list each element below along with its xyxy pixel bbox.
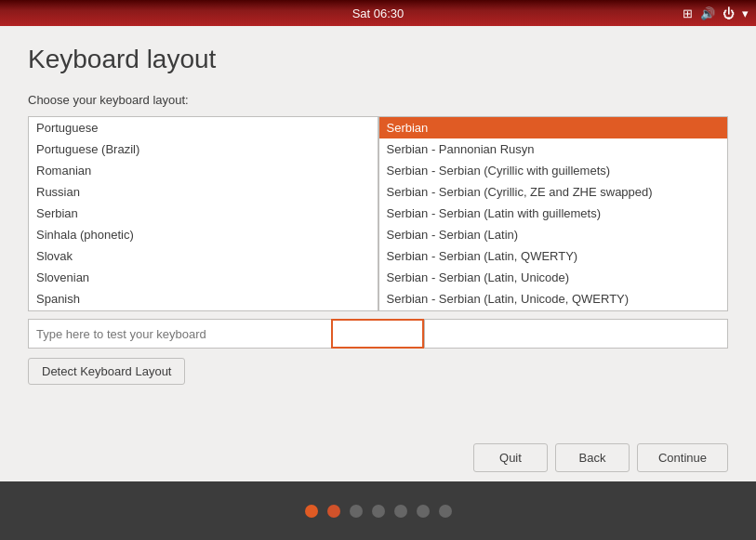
right-list-item[interactable]: Serbian - Serbian (Latin with guillemets… bbox=[379, 203, 728, 224]
left-list-item[interactable]: Spanish bbox=[29, 288, 378, 310]
progress-dot-4 bbox=[372, 505, 385, 518]
content: Choose your keyboard layout: PortugueseP… bbox=[0, 84, 756, 434]
button-row: Quit Back Continue bbox=[0, 434, 756, 481]
right-list-item[interactable]: Serbian - Serbian (Latin) bbox=[379, 224, 728, 245]
progress-dot-5 bbox=[394, 505, 407, 518]
progress-dot-2 bbox=[327, 505, 340, 518]
subtitle: Choose your keyboard layout: bbox=[28, 93, 728, 107]
continue-button[interactable]: Continue bbox=[637, 443, 728, 472]
right-list-item[interactable]: Serbian - Pannonian Rusyn bbox=[379, 138, 728, 160]
power-icon[interactable]: ⏻ bbox=[723, 7, 735, 20]
progress-dot-3 bbox=[350, 505, 363, 518]
right-list-panel[interactable]: SerbianSerbian - Pannonian RusynSerbian … bbox=[378, 116, 729, 311]
page-title: Keyboard layout bbox=[28, 45, 728, 74]
detect-keyboard-layout-button[interactable]: Detect Keyboard Layout bbox=[28, 358, 185, 385]
keyboard-test-input[interactable] bbox=[28, 319, 333, 349]
left-list-item[interactable]: Portuguese bbox=[29, 117, 378, 138]
right-list-item[interactable]: Serbian - Serbian (Cyrillic with guillem… bbox=[379, 160, 728, 181]
progress-dot-7 bbox=[439, 505, 452, 518]
title-area: Keyboard layout bbox=[0, 26, 756, 84]
bottom-strip bbox=[0, 481, 756, 540]
quit-button[interactable]: Quit bbox=[473, 443, 548, 472]
topbar: Sat 06:30 ⊞ 🔊 ⏻ ▾ bbox=[0, 0, 756, 26]
left-list-item[interactable]: Portuguese (Brazil) bbox=[29, 138, 378, 160]
right-list-item[interactable]: Serbian - Serbian (Latin, QWERTY) bbox=[379, 245, 728, 267]
left-list-item[interactable]: Romanian bbox=[29, 160, 378, 181]
test-input-overlay bbox=[331, 319, 424, 349]
keyboard-test-input-right[interactable] bbox=[424, 319, 729, 349]
right-list-item[interactable]: Serbian bbox=[379, 117, 728, 138]
volume-icon[interactable]: 🔊 bbox=[700, 7, 715, 20]
right-list-item[interactable]: Serbian - Serbian (Latin, Unicode) bbox=[379, 267, 728, 288]
left-list-panel[interactable]: PortuguesePortuguese (Brazil)RomanianRus… bbox=[28, 116, 378, 311]
left-list-item[interactable]: Sinhala (phonetic) bbox=[29, 224, 378, 245]
right-list-item[interactable]: Serbian - Serbian (Latin, Unicode, QWERT… bbox=[379, 288, 728, 310]
topbar-icons: ⊞ 🔊 ⏻ ▾ bbox=[683, 7, 749, 20]
lists-container: PortuguesePortuguese (Brazil)RomanianRus… bbox=[28, 116, 728, 311]
main-area: Keyboard layout Choose your keyboard lay… bbox=[0, 26, 756, 481]
network-icon[interactable]: ⊞ bbox=[683, 7, 693, 20]
left-list-item[interactable]: Serbian bbox=[29, 203, 378, 224]
dropdown-icon[interactable]: ▾ bbox=[742, 7, 749, 20]
progress-dot-1 bbox=[305, 505, 318, 518]
topbar-time: Sat 06:30 bbox=[352, 7, 405, 20]
left-list-item[interactable]: Slovenian bbox=[29, 267, 378, 288]
test-input-row bbox=[28, 319, 728, 349]
back-button[interactable]: Back bbox=[555, 443, 630, 472]
left-list-item[interactable]: Russian bbox=[29, 181, 378, 203]
progress-dot-6 bbox=[417, 505, 430, 518]
left-list-item[interactable]: Slovak bbox=[29, 245, 378, 267]
right-list-item[interactable]: Serbian - Serbian (Cyrillic, ZE and ZHE … bbox=[379, 181, 728, 203]
